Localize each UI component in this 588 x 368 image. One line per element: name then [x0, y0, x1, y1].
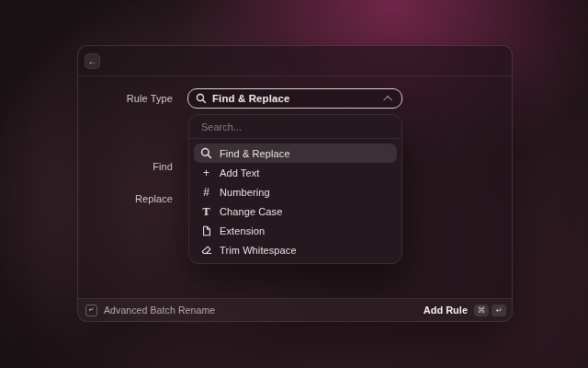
arrow-left-icon: ← — [88, 57, 97, 66]
option-label: Numbering — [220, 187, 270, 198]
type-icon: T — [200, 206, 212, 217]
search-icon — [200, 147, 212, 159]
dropdown-options: Find & Replace + Add Text # Numbering T … — [189, 139, 401, 264]
shortcut-key: ⌘ — [474, 305, 489, 316]
window-header: ← — [78, 46, 512, 76]
add-rule-button[interactable]: Add Rule — [424, 305, 468, 316]
rule-type-label: Rule Type — [78, 93, 173, 104]
rule-type-select[interactable]: Find & Replace — [187, 88, 402, 109]
dropdown-option[interactable]: Trim Whitespace — [194, 240, 397, 259]
option-label: Change Case — [220, 206, 282, 217]
shortcut-keys: ⌘↵ — [474, 305, 506, 316]
shortcut-key: ↵ — [492, 305, 506, 316]
option-label: Find & Replace — [220, 148, 290, 159]
option-label: Extension — [220, 225, 265, 236]
window-footer: ↵ Advanced Batch Rename Add Rule ⌘↵ — [78, 298, 512, 321]
file-icon — [200, 225, 212, 236]
app-title: Advanced Batch Rename — [104, 305, 424, 316]
dropdown-option[interactable]: T Change Case — [194, 201, 397, 221]
dropdown-search-input[interactable] — [189, 115, 401, 139]
option-label: Add Text — [220, 167, 259, 178]
app-window: ← Rule Type Find Replace Find & Replace … — [77, 45, 513, 322]
option-label: Trim Whitespace — [220, 245, 297, 256]
dropdown-option[interactable]: Find & Replace — [194, 144, 397, 163]
replace-label: Replace — [78, 193, 173, 204]
eraser-icon — [200, 245, 212, 256]
dropdown-option[interactable]: # Numbering — [194, 182, 397, 201]
chevron-up-icon — [383, 95, 392, 104]
dropdown-option[interactable]: Extension — [194, 221, 397, 240]
rule-type-value: Find & Replace — [212, 93, 380, 104]
rule-type-dropdown: Find & Replace + Add Text # Numbering T … — [188, 114, 402, 264]
dropdown-option[interactable]: + Add Text — [194, 163, 397, 182]
hash-icon: # — [200, 187, 212, 198]
return-key-icon: ↵ — [85, 305, 97, 316]
plus-icon: + — [200, 167, 212, 178]
search-icon — [196, 93, 207, 104]
find-label: Find — [78, 161, 173, 172]
back-button[interactable]: ← — [85, 53, 100, 69]
